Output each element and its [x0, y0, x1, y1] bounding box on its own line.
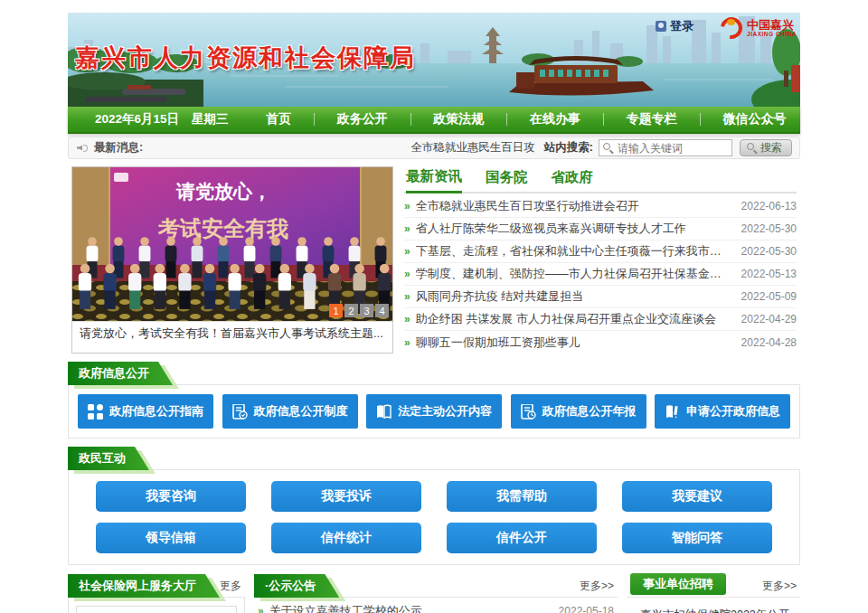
tab-state-council[interactable]: 国务院 [486, 168, 528, 192]
slideshow-caption[interactable]: 请党放心，考试安全有我！首届嘉兴市人事考试系统主题... [72, 321, 392, 344]
pager-3[interactable]: 3 [360, 304, 373, 317]
social-insurance-more-link[interactable]: 更多 [220, 579, 245, 594]
logo-text: 中国嘉兴 [747, 19, 797, 31]
announcements-title: ·公示公告 [254, 574, 339, 598]
slideshow: 请党放心， 考试安全有我 1 2 3 4 请党放心，考试安全有我！首届嘉兴市人事… [71, 166, 393, 354]
nav-separator [314, 113, 315, 126]
gov-info-guide-button[interactable]: 政府信息公开指南 [78, 394, 213, 429]
gov-info-system-button[interactable]: 政府信息公开制度 [222, 394, 358, 429]
news-row[interactable]: » 省人社厅陈荣华二级巡视员来嘉兴调研专技人才工作 2022-05-30 [404, 218, 797, 240]
double-arrow-icon: » [404, 245, 410, 258]
consult-button[interactable]: 我要咨询 [96, 481, 246, 512]
leader-mailbox-button[interactable]: 领导信箱 [96, 523, 246, 553]
search-button[interactable]: 搜索 [740, 139, 792, 156]
ticker-label: 最新消息: [94, 140, 143, 156]
interaction-title: 政民互动 [68, 447, 149, 470]
news-tabs: 最新资讯 国务院 省政府 [404, 166, 797, 193]
news-ticker-bar: 最新消息: 全市稳就业惠民生百日攻 站内搜索: 搜索 [68, 137, 800, 159]
suggestion-button[interactable]: 我要建议 [622, 481, 772, 512]
news-row[interactable]: » 学制度、建机制、强防控——市人力社保局召开社保基金要情专题学习会 2022-… [404, 263, 797, 286]
pager-4[interactable]: 4 [375, 304, 389, 317]
slideshow-photo[interactable]: 请党放心， 考试安全有我 1 2 3 4 [72, 167, 392, 321]
gov-info-title: 政府信息公开 [68, 362, 173, 385]
social-insurance-header: 社会保险网上服务大厅 更多 [68, 576, 245, 598]
nav-item-special-topics[interactable]: 专题专栏 [621, 111, 683, 127]
announcement-row[interactable]: » 关于设立嘉善技工学校的公示 2022-05-18 [258, 599, 614, 613]
jiaxing-logo[interactable]: 中国嘉兴 JIAXING CHINA [720, 16, 797, 40]
gov-info-header: 政府信息公开 [68, 364, 800, 385]
login-link[interactable]: 登录 [656, 18, 693, 34]
double-arrow-icon: » [404, 336, 410, 349]
letter-statistics-button[interactable]: 信件统计 [271, 523, 421, 553]
nav-separator [700, 113, 701, 126]
site-title: 嘉兴市人力资源和社会保障局 [75, 42, 416, 74]
letter-disclosure-button[interactable]: 信件公开 [447, 523, 597, 553]
need-help-button[interactable]: 我需帮助 [447, 481, 597, 512]
double-arrow-icon: » [404, 200, 410, 212]
announcements-header: ·公示公告 更多>> [254, 576, 618, 598]
interaction-header: 政民互动 [68, 449, 800, 470]
recruitment-header: 事业单位招聘 更多>> [627, 576, 800, 598]
double-arrow-icon: » [404, 290, 410, 303]
tab-provincial-gov[interactable]: 省政府 [552, 168, 594, 192]
nav-item-online-services[interactable]: 在线办事 [524, 111, 586, 127]
double-arrow-icon: » [258, 605, 264, 613]
smart-qa-button[interactable]: 智能问答 [622, 523, 772, 553]
tab-latest-news[interactable]: 最新资讯 [406, 167, 462, 193]
news-row[interactable]: » 聊聊五一假期加班工资那些事儿 2022-04-28 [404, 331, 797, 354]
login-label: 登录 [670, 18, 693, 34]
search-input[interactable] [599, 139, 732, 156]
news-row[interactable]: » 下基层、走流程，省社保和就业中心主任项薇一行来我市调研“国统”上线情况 20… [404, 240, 797, 263]
slideshow-pager: 1 2 3 4 [329, 304, 389, 317]
jiaxing-logo-icon [720, 16, 743, 40]
document-check-icon [232, 404, 248, 420]
recruitment-item[interactable]: 嘉兴市妇幼保健院2022年公开... [632, 603, 797, 613]
nav-item-wechat[interactable]: 微信公众号 [717, 111, 791, 127]
logo-subtext: JIAXING CHINA [747, 31, 797, 37]
social-insurance-title: 社会保险网上服务大厅 [68, 574, 220, 598]
gov-info-buttons: 政府信息公开指南 政府信息公开制度 法定主动公开内容 [68, 385, 800, 439]
social-insurance-panel: 社会保险网上服务大厅 更多 个人(单位)社保证明打印 办事指南 [68, 576, 245, 613]
news-panel: 最新资讯 国务院 省政府 » 全市稳就业惠民生百日攻坚行动推进会召开 2022-… [404, 166, 797, 354]
nav-menu: 首页 政务公开 政策法规 在线办事 专题专栏 微信公众号 [252, 111, 800, 127]
news-list: » 全市稳就业惠民生百日攻坚行动推进会召开 2022-06-13 » 省人社厅陈… [404, 193, 797, 354]
service-item[interactable]: 个人(单位)社保证明打印 [76, 606, 237, 613]
double-arrow-icon: » [404, 222, 410, 235]
pager-2[interactable]: 2 [344, 304, 358, 317]
speaker-icon [76, 142, 89, 155]
page-container: 嘉兴市人力资源和社会保障局 登录 中国嘉兴 JIAXING CHINA 2022… [68, 0, 800, 613]
svg-text:请党放心，: 请党放心， [175, 181, 271, 202]
header-banner: 嘉兴市人力资源和社会保障局 登录 中国嘉兴 JIAXING CHINA [68, 13, 800, 107]
recruitment-title: 事业单位招聘 [630, 573, 726, 595]
gov-info-apply-button[interactable]: 申请公开政府信息 [655, 394, 790, 429]
double-arrow-icon: » [404, 313, 410, 325]
ticker-scrolling-text[interactable]: 全市稳就业惠民生百日攻 [410, 140, 535, 156]
double-arrow-icon: » [404, 268, 410, 280]
announcements-more-link[interactable]: 更多>> [580, 579, 618, 594]
nav-item-gov-affairs[interactable]: 政务公开 [332, 111, 393, 127]
nav-item-home[interactable]: 首页 [260, 111, 297, 127]
login-icon [656, 21, 666, 32]
slideshow-photo-svg: 请党放心， 考试安全有我 [72, 167, 392, 321]
gov-info-annual-report-button[interactable]: 政府信息公开年报 [511, 394, 646, 429]
grid-icon [88, 404, 103, 420]
svg-text:考试安全有我: 考试安全有我 [157, 216, 288, 240]
gov-info-statutory-button[interactable]: 法定主动公开内容 [366, 394, 502, 429]
nav-item-policies[interactable]: 政策法规 [428, 111, 489, 127]
complaint-button[interactable]: 我要投诉 [271, 481, 421, 512]
recruitment-list: 嘉兴市妇幼保健院2022年公开... 2022年嘉兴市属事业单位公开... 20… [627, 598, 800, 613]
news-row[interactable]: » 助企纾困 共谋发展 市人力社保局召开重点企业交流座谈会 2022-04-29 [404, 308, 797, 331]
recruitment-panel: 事业单位招聘 更多>> 嘉兴市妇幼保健院2022年公开... 2022年嘉兴市属… [627, 576, 800, 613]
news-row[interactable]: » 风雨同舟齐抗疫 结对共建显担当 2022-05-09 [404, 286, 797, 308]
interaction-section: 政民互动 我要咨询 我要投诉 我需帮助 我要建议 领导信箱 信件统计 信件公开 … [68, 449, 800, 565]
report-icon [521, 404, 536, 420]
nav-separator [603, 113, 604, 126]
interaction-buttons: 我要咨询 我要投诉 我需帮助 我要建议 领导信箱 信件统计 信件公开 智能问答 [68, 470, 800, 565]
news-row[interactable]: » 全市稳就业惠民生百日攻坚行动推进会召开 2022-06-13 [404, 195, 797, 218]
nav-date: 2022年6月15日星期三 [68, 111, 252, 127]
recruitment-more-link[interactable]: 更多>> [762, 579, 800, 594]
search-input-icon [603, 143, 610, 150]
bottom-row: 社会保险网上服务大厅 更多 个人(单位)社保证明打印 办事指南 ·公示公告 更多… [68, 576, 800, 613]
gov-info-section: 政府信息公开 政府信息公开指南 政府信息公开制度 [68, 364, 800, 439]
pager-1[interactable]: 1 [329, 304, 343, 317]
